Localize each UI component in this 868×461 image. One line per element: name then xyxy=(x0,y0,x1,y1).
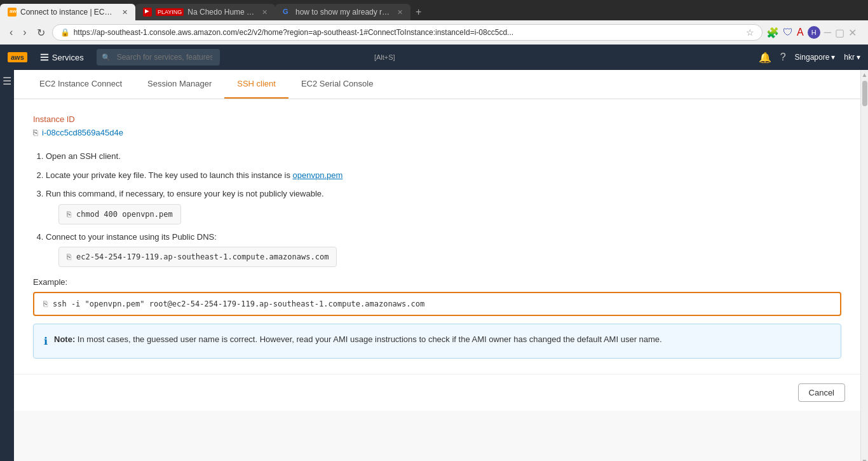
minimize-button[interactable]: ─ xyxy=(824,27,831,38)
region-chevron: ▾ xyxy=(831,53,835,62)
key-file-link[interactable]: openvpn.pem xyxy=(293,170,343,180)
chmod-code-box: ⎘ chmod 400 openvpn.pem xyxy=(58,204,181,224)
step-4: Connect to your instance using its Publi… xyxy=(46,231,841,268)
url-text: https://ap-southeast-1.console.aws.amazo… xyxy=(74,28,742,37)
left-sidebar: ☰ xyxy=(0,70,14,461)
main-content: EC2 Instance Connect Session Manager SSH… xyxy=(14,70,860,461)
tab-1-close[interactable]: ✕ xyxy=(122,8,128,17)
dns-value: ec2-54-254-179-119.ap-southeast-1.comput… xyxy=(76,251,329,263)
tab-ec2-serial[interactable]: EC2 Serial Console xyxy=(288,70,386,99)
scroll-thumb[interactable] xyxy=(862,81,867,106)
aws-search-input[interactable] xyxy=(97,49,220,65)
tab-1-label: Connect to instance | EC2 Man... xyxy=(20,8,116,17)
note-bold: Note: xyxy=(54,334,75,344)
close-button-browser[interactable]: ✕ xyxy=(848,27,857,39)
tab-3-favicon: G xyxy=(283,8,292,17)
tab-2[interactable]: ▶ PLAYING Na Chedo Hume Hum Sataye h... … xyxy=(135,4,275,20)
step-2: Locate your private key file. The key us… xyxy=(46,169,841,182)
sidebar-toggle-icon[interactable]: ☰ xyxy=(3,75,11,87)
reload-button[interactable]: ↻ xyxy=(34,25,48,40)
tab-1[interactable]: aws Connect to instance | EC2 Man... ✕ xyxy=(0,4,135,20)
services-label: Services xyxy=(52,53,84,62)
tab-2-label: Na Chedo Hume Hum Sataye h... xyxy=(187,8,255,17)
connect-tabs: EC2 Instance Connect Session Manager SSH… xyxy=(14,70,860,99)
browser-window: aws Connect to instance | EC2 Man... ✕ ▶… xyxy=(0,0,868,461)
restore-button[interactable]: ▢ xyxy=(835,27,844,39)
tab-3[interactable]: G how to show my already runnin... ✕ xyxy=(275,4,410,20)
url-bar[interactable]: 🔒 https://ap-southeast-1.console.aws.ama… xyxy=(52,24,763,41)
bookmark-icon[interactable]: ☆ xyxy=(746,27,754,38)
user-label: hkr xyxy=(844,53,855,62)
cancel-button[interactable]: Cancel xyxy=(798,383,845,402)
aws-topbar: aws Services [Alt+S] 🔔 ? Singapore ▾ hkr… xyxy=(0,45,868,70)
acrobat-icon[interactable]: A xyxy=(797,27,804,38)
step-1: Open an SSH client. xyxy=(46,150,841,163)
tab-bar: aws Connect to instance | EC2 Man... ✕ ▶… xyxy=(0,0,868,20)
user-chevron: ▾ xyxy=(857,53,860,62)
example-command: ssh -i "openvpn.pem" root@ec2-54-254-179… xyxy=(53,299,424,308)
copy-instance-id-icon[interactable]: ⎘ xyxy=(33,128,38,137)
instance-id-link[interactable]: ⎘ i-08cc5cd8569a45d4e xyxy=(33,128,841,137)
copy-dns-icon[interactable]: ⎘ xyxy=(67,251,71,263)
ssh-client-content: Instance ID ⎘ i-08cc5cd8569a45d4e Open a… xyxy=(14,99,860,374)
svg-rect-2 xyxy=(41,60,48,61)
tab-ssh-client[interactable]: SSH client xyxy=(224,70,288,99)
page-layout: ☰ EC2 Instance Connect Session Manager S… xyxy=(0,70,868,461)
copy-chmod-icon[interactable]: ⎘ xyxy=(67,209,71,220)
info-icon: ℹ xyxy=(44,334,48,349)
note-text: Note: In most cases, the guessed user na… xyxy=(54,333,662,346)
back-button[interactable]: ‹ xyxy=(6,25,16,39)
instance-id-label: Instance ID xyxy=(33,114,841,124)
help-icon[interactable]: ? xyxy=(780,52,786,63)
tab-3-close[interactable]: ✕ xyxy=(397,8,403,17)
security-icon: 🔒 xyxy=(60,28,70,37)
step-3: Run this command, if necessary, to ensur… xyxy=(46,188,841,224)
bell-icon[interactable]: 🔔 xyxy=(759,52,771,64)
topbar-right: 🔔 ? Singapore ▾ hkr ▾ xyxy=(759,52,860,64)
instance-id-value: i-08cc5cd8569a45d4e xyxy=(42,128,123,137)
new-tab-button[interactable]: + xyxy=(410,4,426,20)
copy-example-icon[interactable]: ⎘ xyxy=(43,299,48,308)
page-footer: Cancel xyxy=(14,374,860,411)
step-2-text-start: Locate your private key file. The key us… xyxy=(46,170,293,180)
services-button[interactable]: Services xyxy=(34,53,90,62)
aws-logo: aws xyxy=(8,52,27,62)
region-label: Singapore xyxy=(795,53,830,62)
tab-3-label: how to show my already runnin... xyxy=(295,8,391,17)
step-3-text: Run this command, if necessary, to ensur… xyxy=(46,189,324,198)
example-label: Example: xyxy=(33,277,841,287)
note-box: ℹ Note: In most cases, the guessed user … xyxy=(33,324,841,359)
dns-code-box: ⎘ ec2-54-254-179-119.ap-southeast-1.comp… xyxy=(58,247,337,267)
shield-icon[interactable]: 🛡 xyxy=(783,27,793,38)
tab-2-close[interactable]: ✕ xyxy=(262,8,268,17)
steps-list: Open an SSH client. Locate your private … xyxy=(33,150,841,267)
connect-panel: EC2 Instance Connect Session Manager SSH… xyxy=(14,70,860,374)
chmod-command: chmod 400 openvpn.pem xyxy=(76,209,173,220)
tab-2-playing-badge: PLAYING xyxy=(156,8,184,16)
region-selector[interactable]: Singapore ▾ xyxy=(795,53,836,62)
svg-rect-0 xyxy=(41,54,48,55)
toolbar-icons: 🧩 🛡 A H ─ ▢ ✕ xyxy=(766,26,862,39)
search-shortcut: [Alt+S] xyxy=(374,53,395,61)
address-bar: ‹ › ↻ 🔒 https://ap-southeast-1.console.a… xyxy=(0,20,868,45)
aws-search-wrap: [Alt+S] xyxy=(97,49,402,65)
step-4-text: Connect to your instance using its Publi… xyxy=(46,232,217,242)
user-menu[interactable]: hkr ▾ xyxy=(844,53,860,62)
scrollbar[interactable]: ▲ ▼ xyxy=(860,70,868,461)
profile-icon[interactable]: H xyxy=(808,26,820,39)
scroll-down-icon[interactable]: ▼ xyxy=(862,458,868,461)
aws-logo-box: aws xyxy=(8,52,27,62)
scroll-up-icon[interactable]: ▲ xyxy=(862,71,868,78)
tab-session-manager[interactable]: Session Manager xyxy=(135,70,224,99)
svg-rect-1 xyxy=(41,57,48,58)
note-content: In most cases, the guessed user name is … xyxy=(78,334,662,344)
tab-1-favicon: aws xyxy=(8,8,17,17)
forward-button[interactable]: › xyxy=(20,25,29,39)
step-1-text: Open an SSH client. xyxy=(46,151,121,161)
extensions-icon[interactable]: 🧩 xyxy=(766,27,779,39)
tab-2-favicon: ▶ xyxy=(143,8,152,17)
example-command-box: ⎘ ssh -i "openvpn.pem" root@ec2-54-254-1… xyxy=(33,292,841,316)
tab-ec2-connect[interactable]: EC2 Instance Connect xyxy=(27,70,135,99)
